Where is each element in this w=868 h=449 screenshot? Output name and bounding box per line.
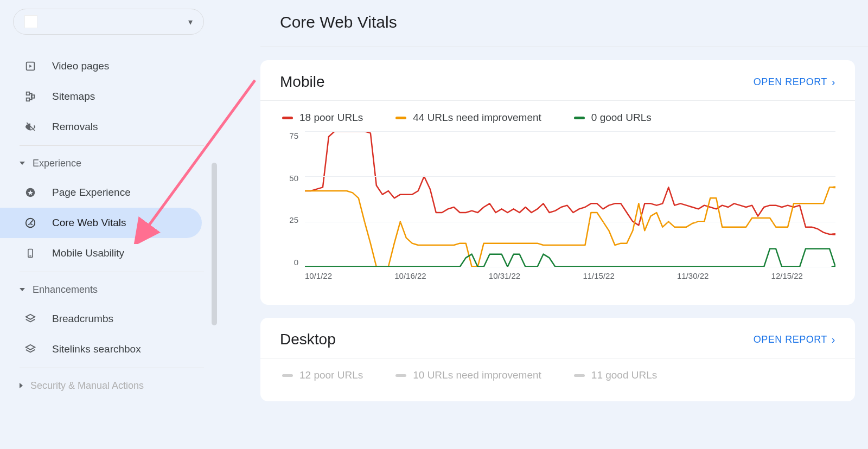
mobile-card: Mobile OPEN REPORT › 18 poor URLs 44 URL… bbox=[260, 60, 855, 305]
gridline bbox=[305, 222, 835, 222]
legend-swatch-icon bbox=[282, 374, 293, 377]
legend-swatch-icon bbox=[282, 117, 293, 119]
main-content: Core Web Vitals Mobile OPEN REPORT › 18 … bbox=[260, 0, 868, 449]
section-header-label: Enhancements bbox=[33, 284, 98, 296]
card-title: Desktop bbox=[280, 331, 336, 348]
legend-label: 0 good URLs bbox=[591, 112, 652, 124]
sidebar-item-label: Removals bbox=[52, 121, 98, 133]
x-tick-label: 11/15/22 bbox=[583, 271, 614, 280]
chart-series-line bbox=[305, 249, 835, 267]
legend-swatch-icon bbox=[395, 117, 406, 119]
sidebar-item-label: Sitelinks searchbox bbox=[52, 343, 141, 355]
x-tick-label: 10/1/22 bbox=[305, 271, 332, 280]
sidebar-item-sitemaps[interactable]: Sitemaps bbox=[0, 81, 202, 112]
sidebar-item-label: Sitemaps bbox=[52, 91, 95, 102]
chart-endpoint-dot bbox=[831, 233, 835, 235]
chevron-down-icon: ▾ bbox=[188, 17, 193, 27]
section-header-experience[interactable]: Experience bbox=[0, 149, 217, 177]
desktop-card: Desktop OPEN REPORT › 12 poor URLs 10 UR… bbox=[260, 318, 855, 401]
sidebar-item-label: Core Web Vitals bbox=[52, 217, 126, 229]
svg-rect-1 bbox=[27, 92, 30, 95]
legend-swatch-icon bbox=[574, 117, 585, 119]
sidebar-item-label: Breadcrumbs bbox=[52, 313, 113, 325]
y-axis-labels: 7550250 bbox=[277, 131, 298, 267]
sidebar-item-sitelinks-searchbox[interactable]: Sitelinks searchbox bbox=[0, 334, 202, 364]
sidebar-item-mobile-usability[interactable]: Mobile Usability bbox=[0, 238, 202, 268]
sitemaps-icon bbox=[24, 90, 37, 103]
chevron-right-icon: › bbox=[832, 76, 835, 88]
x-axis-labels: 10/1/2210/16/2210/31/2211/15/2211/30/221… bbox=[305, 271, 835, 280]
mobile-chart: 7550250 10/1/2210/16/2210/31/2211/15/221… bbox=[280, 131, 835, 294]
sidebar-item-label: Page Experience bbox=[52, 187, 131, 198]
divider bbox=[260, 358, 855, 358]
property-selector[interactable]: ▾ bbox=[13, 9, 204, 35]
svg-rect-2 bbox=[27, 98, 30, 101]
open-report-label: OPEN REPORT bbox=[754, 334, 827, 345]
legend-swatch-icon bbox=[574, 374, 585, 377]
legend-good[interactable]: 11 good URLs bbox=[574, 369, 657, 381]
svg-marker-10 bbox=[26, 345, 35, 350]
chart-legend: 12 poor URLs 10 URLs need improvement 11… bbox=[280, 369, 835, 381]
legend-poor[interactable]: 12 poor URLs bbox=[282, 369, 363, 381]
x-tick-label: 12/15/22 bbox=[771, 271, 803, 280]
layers-icon bbox=[24, 343, 37, 356]
legend-need-improvement[interactable]: 10 URLs need improvement bbox=[395, 369, 541, 381]
chart-series-line bbox=[305, 131, 835, 234]
sidebar-item-removals[interactable]: Removals bbox=[0, 112, 202, 142]
sidebar-item-label: Video pages bbox=[52, 60, 109, 72]
layers-icon bbox=[24, 312, 37, 325]
triangle-down-icon bbox=[20, 162, 25, 165]
chart-legend: 18 poor URLs 44 URLs need improvement 0 … bbox=[280, 112, 835, 124]
legend-need-improvement[interactable]: 44 URLs need improvement bbox=[395, 112, 541, 124]
scrollbar[interactable] bbox=[212, 163, 217, 325]
removals-icon bbox=[24, 120, 37, 133]
y-tick-label: 75 bbox=[289, 131, 298, 140]
y-tick-label: 25 bbox=[289, 215, 298, 224]
legend-label: 10 URLs need improvement bbox=[413, 369, 541, 381]
chart-series-line bbox=[305, 187, 835, 267]
legend-swatch-icon bbox=[395, 374, 406, 377]
x-tick-label: 11/30/22 bbox=[677, 271, 709, 280]
divider bbox=[260, 100, 855, 101]
speedometer-icon bbox=[24, 216, 37, 229]
page-experience-icon bbox=[24, 186, 37, 199]
mobile-icon bbox=[24, 247, 37, 260]
card-title: Mobile bbox=[280, 73, 324, 91]
chart-plot-area bbox=[305, 131, 835, 267]
divider bbox=[20, 145, 204, 146]
divider bbox=[20, 272, 204, 272]
chevron-right-icon: › bbox=[832, 333, 835, 346]
property-thumbnail bbox=[24, 15, 37, 28]
legend-label: 11 good URLs bbox=[591, 369, 657, 381]
y-tick-label: 0 bbox=[294, 258, 298, 267]
x-tick-label: 10/31/22 bbox=[489, 271, 520, 280]
sidebar: ▾ Video pages Sitemaps Removals Experien… bbox=[0, 0, 217, 449]
divider bbox=[20, 368, 204, 368]
section-header-security[interactable]: Security & Manual Actions bbox=[0, 371, 217, 400]
sidebar-item-page-experience[interactable]: Page Experience bbox=[0, 177, 202, 208]
sidebar-item-label: Mobile Usability bbox=[52, 247, 124, 259]
triangle-down-icon bbox=[20, 288, 25, 291]
open-report-link[interactable]: OPEN REPORT › bbox=[754, 76, 835, 88]
legend-label: 12 poor URLs bbox=[299, 369, 363, 381]
sidebar-item-core-web-vitals[interactable]: Core Web Vitals bbox=[0, 208, 202, 238]
sidebar-item-video-pages[interactable]: Video pages bbox=[0, 51, 202, 81]
legend-good[interactable]: 0 good URLs bbox=[574, 112, 652, 124]
section-header-enhancements[interactable]: Enhancements bbox=[0, 275, 217, 304]
page-title: Core Web Vitals bbox=[260, 0, 868, 47]
legend-poor[interactable]: 18 poor URLs bbox=[282, 112, 363, 124]
legend-label: 18 poor URLs bbox=[299, 112, 363, 124]
open-report-label: OPEN REPORT bbox=[754, 76, 827, 88]
section-header-label: Experience bbox=[33, 158, 81, 169]
svg-marker-9 bbox=[26, 315, 35, 319]
gridline bbox=[305, 176, 835, 177]
video-pages-icon bbox=[24, 60, 37, 73]
section-header-label: Security & Manual Actions bbox=[30, 380, 144, 392]
open-report-link[interactable]: OPEN REPORT › bbox=[754, 333, 835, 346]
sidebar-item-breadcrumbs[interactable]: Breadcrumbs bbox=[0, 304, 202, 334]
x-tick-label: 10/16/22 bbox=[394, 271, 426, 280]
y-tick-label: 50 bbox=[289, 174, 298, 183]
gridline bbox=[305, 267, 835, 267]
triangle-right-icon bbox=[20, 383, 23, 388]
legend-label: 44 URLs need improvement bbox=[413, 112, 541, 124]
